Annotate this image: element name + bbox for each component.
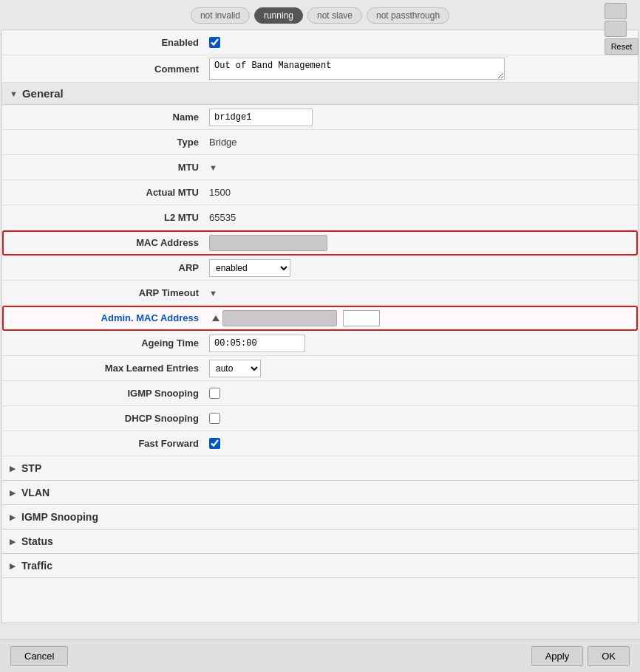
admin-mac-row: Admin. MAC Address bbox=[2, 306, 638, 331]
tab-not-invalid[interactable]: not invalid bbox=[191, 7, 250, 24]
traffic-header[interactable]: ▶ Traffic bbox=[2, 554, 638, 577]
igmp-snooping-value bbox=[209, 388, 638, 399]
arp-select[interactable]: enabled disabled proxy-arp local-proxy-a… bbox=[209, 259, 290, 277]
igmp-snooping-checkbox[interactable] bbox=[209, 388, 220, 399]
vlan-header[interactable]: ▶ VLAN bbox=[2, 481, 638, 504]
right-buttons: Apply OK bbox=[531, 646, 630, 666]
name-row: Name bbox=[2, 105, 638, 130]
fast-forward-value bbox=[209, 438, 638, 449]
comment-value: Out of Band Management bbox=[209, 58, 638, 80]
tab-running[interactable]: running bbox=[254, 7, 303, 24]
traffic-label: Traffic bbox=[21, 560, 52, 572]
mtu-label: MTU bbox=[2, 162, 209, 173]
side-btn-2[interactable] bbox=[605, 21, 627, 37]
general-section-header[interactable]: ▼ General bbox=[2, 83, 638, 105]
admin-mac-value bbox=[209, 310, 638, 326]
arp-label: ARP bbox=[2, 262, 209, 273]
actual-mtu-row: Actual MTU 1500 bbox=[2, 180, 638, 205]
mac-address-label: MAC Address bbox=[2, 237, 209, 248]
side-buttons: Reset bbox=[603, 0, 640, 58]
stp-arrow: ▶ bbox=[10, 464, 16, 473]
side-btn-1[interactable] bbox=[605, 3, 627, 19]
name-label: Name bbox=[2, 112, 209, 123]
mtu-dropdown-arrow[interactable]: ▼ bbox=[209, 163, 217, 172]
status-header[interactable]: ▶ Status bbox=[2, 529, 638, 553]
dhcp-snooping-label: DHCP Snooping bbox=[2, 413, 209, 424]
fast-forward-row: Fast Forward bbox=[2, 431, 638, 456]
mac-address-row: MAC Address bbox=[2, 230, 638, 256]
bottom-spacer bbox=[2, 578, 638, 623]
type-value: Bridge bbox=[209, 137, 638, 148]
traffic-section: ▶ Traffic bbox=[2, 554, 638, 578]
ageing-time-row: Ageing Time bbox=[2, 331, 638, 356]
vlan-arrow: ▶ bbox=[10, 489, 16, 497]
status-label: Status bbox=[21, 535, 53, 547]
type-label: Type bbox=[2, 137, 209, 148]
status-arrow: ▶ bbox=[10, 538, 16, 546]
mtu-value: ▼ bbox=[209, 163, 638, 172]
arp-timeout-row: ARP Timeout ▼ bbox=[2, 281, 638, 306]
dhcp-snooping-value bbox=[209, 413, 638, 424]
apply-button[interactable]: Apply bbox=[531, 646, 584, 666]
name-value bbox=[209, 109, 638, 126]
type-row: Type Bridge bbox=[2, 130, 638, 155]
igmp-snooping-row: IGMP Snooping bbox=[2, 381, 638, 406]
tab-not-slave[interactable]: not slave bbox=[307, 7, 362, 24]
mac-address-value bbox=[209, 235, 638, 251]
admin-mac-label: Admin. MAC Address bbox=[2, 312, 209, 323]
main-content: Enabled Comment Out of Band Management ▼… bbox=[1, 30, 639, 623]
igmp-snooping-label: IGMP Snooping bbox=[2, 388, 209, 399]
tab-not-passthrough[interactable]: not passthrough bbox=[367, 7, 449, 24]
general-arrow: ▼ bbox=[10, 89, 18, 98]
reset-button[interactable]: Reset bbox=[605, 38, 639, 55]
fast-forward-label: Fast Forward bbox=[2, 438, 209, 449]
max-learned-label: Max Learned Entries bbox=[2, 363, 209, 374]
admin-mac-input[interactable] bbox=[222, 310, 337, 326]
ageing-time-label: Ageing Time bbox=[2, 337, 209, 349]
mtu-row: MTU ▼ bbox=[2, 155, 638, 180]
actual-mtu-display: 1500 bbox=[209, 187, 231, 198]
dhcp-snooping-checkbox[interactable] bbox=[209, 413, 220, 424]
igmp-snooping-section-arrow: ▶ bbox=[10, 513, 16, 521]
ageing-time-input[interactable] bbox=[209, 335, 305, 352]
admin-mac-triangle[interactable] bbox=[212, 315, 219, 321]
dhcp-snooping-row: DHCP Snooping bbox=[2, 406, 638, 431]
igmp-snooping-section-header[interactable]: ▶ IGMP Snooping bbox=[2, 505, 638, 529]
stp-section: ▶ STP bbox=[2, 456, 638, 481]
arp-timeout-label: ARP Timeout bbox=[2, 287, 209, 298]
vlan-section: ▶ VLAN bbox=[2, 481, 638, 505]
status-section: ▶ Status bbox=[2, 529, 638, 554]
admin-mac-extra[interactable] bbox=[343, 310, 380, 326]
ok-button[interactable]: OK bbox=[588, 646, 630, 666]
arp-timeout-dropdown-arrow[interactable]: ▼ bbox=[209, 289, 217, 298]
cancel-button[interactable]: Cancel bbox=[10, 646, 68, 666]
igmp-snooping-section: ▶ IGMP Snooping bbox=[2, 505, 638, 529]
max-learned-select[interactable]: auto manual bbox=[209, 360, 261, 377]
traffic-arrow: ▶ bbox=[10, 562, 16, 570]
ageing-time-value bbox=[209, 335, 638, 352]
action-bar: Cancel Apply OK bbox=[0, 640, 640, 672]
comment-input[interactable]: Out of Band Management bbox=[209, 58, 505, 80]
stp-header[interactable]: ▶ STP bbox=[2, 456, 638, 480]
enabled-checkbox[interactable] bbox=[209, 37, 220, 48]
name-input[interactable] bbox=[209, 109, 313, 126]
max-learned-row: Max Learned Entries auto manual bbox=[2, 356, 638, 381]
vlan-label: VLAN bbox=[21, 487, 50, 498]
fast-forward-checkbox[interactable] bbox=[209, 438, 220, 449]
l2-mtu-value: 65535 bbox=[209, 212, 638, 223]
l2-mtu-display: 65535 bbox=[209, 212, 236, 223]
igmp-snooping-section-label: IGMP Snooping bbox=[21, 511, 98, 523]
arp-value: enabled disabled proxy-arp local-proxy-a… bbox=[209, 259, 638, 277]
actual-mtu-value: 1500 bbox=[209, 187, 638, 198]
page-wrapper: Reset not invalid running not slave not … bbox=[0, 0, 640, 672]
filter-tabs: not invalid running not slave not passth… bbox=[0, 0, 640, 30]
stp-label: STP bbox=[21, 462, 41, 474]
l2-mtu-label: L2 MTU bbox=[2, 212, 209, 223]
comment-row: Comment Out of Band Management bbox=[2, 55, 638, 83]
comment-label: Comment bbox=[2, 64, 209, 75]
mac-address-display bbox=[209, 235, 327, 251]
type-display: Bridge bbox=[209, 137, 237, 148]
general-label: General bbox=[22, 87, 64, 100]
actual-mtu-label: Actual MTU bbox=[2, 187, 209, 198]
l2-mtu-row: L2 MTU 65535 bbox=[2, 205, 638, 230]
